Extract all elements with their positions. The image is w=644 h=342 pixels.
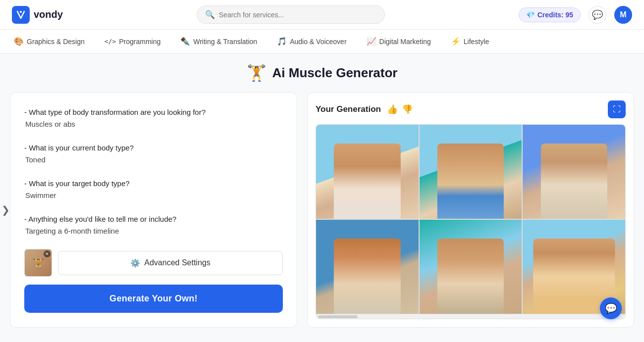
- logo-area: vondy: [12, 6, 63, 24]
- answer-1: Muscles or abs: [25, 118, 283, 130]
- programming-icon: </>: [105, 38, 116, 45]
- search-icon: 🔍: [205, 10, 215, 19]
- figure-3: [540, 144, 607, 219]
- generated-image-3[interactable]: [523, 125, 625, 219]
- diamond-icon: 💎: [526, 11, 535, 19]
- graphics-icon: 🎨: [14, 37, 24, 46]
- writing-icon: ✒️: [180, 37, 190, 46]
- right-panel: Your Generation 👍 👎 ⛶: [307, 92, 634, 328]
- feedback-icons: 👍 👎: [387, 104, 413, 115]
- nav-label-lifestyle: Lifestyle: [464, 38, 489, 46]
- question-block-4: - Anything else you'd like to tell me or…: [24, 213, 283, 237]
- nav-label-graphics: Graphics & Design: [27, 38, 85, 46]
- expand-icon: ⛶: [613, 105, 621, 114]
- figure-1: [334, 144, 400, 219]
- thumbs-down-icon[interactable]: 👎: [402, 104, 413, 115]
- question-4: - Anything else you'd like to tell me or…: [24, 213, 283, 225]
- question-1: - What type of body transformation are y…: [24, 106, 283, 118]
- search-bar[interactable]: 🔍: [197, 5, 385, 24]
- nav-item-audio[interactable]: 🎵 Audio & Voiceover: [275, 30, 348, 53]
- nav-label-audio: Audio & Voiceover: [290, 38, 346, 46]
- nav-item-graphics[interactable]: 🎨 Graphics & Design: [12, 30, 87, 53]
- page-icon: 🏋️: [247, 63, 267, 82]
- logo-icon: [12, 6, 30, 24]
- nav-item-lifestyle[interactable]: ⚡ Lifestyle: [449, 30, 491, 53]
- question-3: - What is your target body type?: [24, 178, 283, 190]
- lifestyle-icon: ⚡: [451, 37, 461, 46]
- question-block-3: - What is your target body type? Swimmer: [24, 178, 283, 201]
- figure-5: [437, 239, 504, 314]
- generated-image-5[interactable]: [420, 220, 522, 314]
- generated-image-4[interactable]: [316, 220, 419, 314]
- questions-area: - What type of body transformation are y…: [24, 106, 283, 237]
- settings-icon: ⚙️: [130, 258, 140, 268]
- nav: 🎨 Graphics & Design </> Programming ✒️ W…: [0, 30, 644, 53]
- scrollbar-thumb: [318, 315, 358, 318]
- left-panel: ❯ - What type of body transformation are…: [10, 92, 297, 328]
- nav-item-programming[interactable]: </> Programming: [103, 30, 163, 53]
- generate-button[interactable]: Generate Your Own!: [24, 285, 283, 313]
- answer-2: Toned: [25, 154, 283, 166]
- chat-bubble-icon: 💬: [605, 302, 617, 314]
- image-thumbnail: 🏋️ ✕: [24, 249, 52, 277]
- nav-label-programming: Programming: [119, 38, 161, 46]
- image-grid-wrapper: [316, 124, 626, 319]
- question-2: - What is your current body type?: [24, 142, 283, 154]
- generation-title: Your Generation: [316, 104, 381, 114]
- expand-button[interactable]: ⛶: [608, 100, 626, 118]
- question-block-1: - What type of body transformation are y…: [24, 106, 283, 130]
- chat-bubble-button[interactable]: 💬: [600, 297, 622, 319]
- advanced-settings-label: Advanced Settings: [144, 258, 210, 267]
- question-block-2: - What is your current body type? Toned: [24, 142, 283, 166]
- horizontal-scrollbar[interactable]: [316, 314, 625, 319]
- answer-3: Swimmer: [25, 190, 283, 201]
- advanced-settings-button[interactable]: ⚙️ Advanced Settings: [58, 251, 283, 275]
- message-button[interactable]: 💬: [589, 6, 606, 24]
- logo-text: vondy: [34, 9, 63, 20]
- nav-item-writing[interactable]: ✒️ Writing & Translation: [178, 30, 259, 53]
- image-grid: [316, 125, 625, 314]
- message-icon: 💬: [592, 9, 603, 20]
- audio-icon: 🎵: [277, 37, 287, 46]
- main-layout: ❯ - What type of body transformation are…: [0, 92, 644, 338]
- answer-4: Targeting a 6-month timeline: [25, 225, 283, 237]
- nav-label-writing: Writing & Translation: [193, 38, 257, 46]
- generation-header: Your Generation 👍 👎 ⛶: [316, 100, 626, 118]
- nav-item-marketing[interactable]: 📈 Digital Marketing: [365, 30, 433, 53]
- thumbs-up-icon[interactable]: 👍: [387, 104, 398, 115]
- thumbnail-close-button[interactable]: ✕: [44, 250, 51, 257]
- sidebar-arrow[interactable]: ❯: [1, 204, 10, 216]
- header: vondy 🔍 💎 Credits: 95 💬 M: [0, 0, 644, 30]
- search-input[interactable]: [219, 11, 376, 19]
- generated-image-2[interactable]: [420, 125, 522, 219]
- page-title: Ai Muscle Generator: [272, 65, 398, 81]
- generation-title-group: Your Generation 👍 👎: [316, 104, 413, 115]
- nav-label-marketing: Digital Marketing: [379, 38, 431, 46]
- figure-2: [437, 144, 504, 219]
- figure-4: [334, 239, 400, 314]
- page-title-area: 🏋️ Ai Muscle Generator: [0, 53, 644, 92]
- avatar[interactable]: M: [614, 6, 632, 24]
- marketing-icon: 📈: [367, 37, 376, 46]
- credits-badge[interactable]: 💎 Credits: 95: [519, 7, 581, 22]
- svg-point-0: [20, 11, 22, 13]
- generated-image-1[interactable]: [316, 125, 419, 219]
- header-right: 💎 Credits: 95 💬 M: [519, 6, 632, 24]
- settings-area: 🏋️ ✕ ⚙️ Advanced Settings: [24, 249, 283, 277]
- credits-text: Credits: 95: [537, 11, 573, 19]
